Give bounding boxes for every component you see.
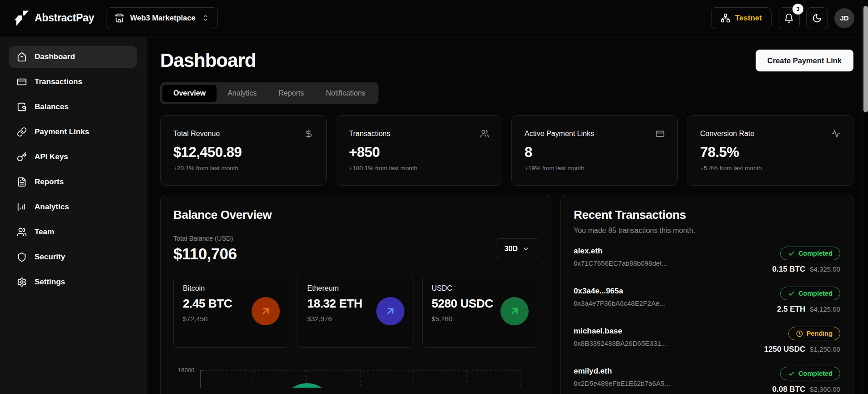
stat-change: +180.1% from last month xyxy=(349,165,489,172)
arrow-up-right-icon xyxy=(384,305,396,317)
usdc-trend-circle xyxy=(500,297,529,325)
tx-address: 0x3a4e7F36bA6c48E2F2Ae... xyxy=(574,299,665,307)
asset-name: Ethereum xyxy=(307,284,362,293)
chart-y-axis-tick: 16000 xyxy=(178,367,194,374)
theme-toggle-button[interactable] xyxy=(806,7,828,29)
asset-amount: 18.32 ETH xyxy=(307,296,362,311)
bell-icon xyxy=(784,13,794,23)
balance-overview-title: Balance Overview xyxy=(173,208,538,222)
sidebar-item-analytics[interactable]: Analytics xyxy=(9,196,137,218)
credit-card-icon xyxy=(656,129,665,138)
sidebar-item-transactions[interactable]: Transactions xyxy=(9,71,137,93)
tab-overview[interactable]: Overview xyxy=(162,85,217,102)
stats-row: Total Revenue $12,450.89 +20.1% from las… xyxy=(160,115,853,186)
check-icon xyxy=(788,370,795,377)
transaction-row[interactable]: 0x3a4e...965a 0x3a4e7F36bA6c48E2F2Ae... … xyxy=(574,287,840,314)
asset-card-bitcoin[interactable]: Bitcoin 2.45 BTC $72,450 xyxy=(173,275,289,348)
stat-change: +20.1% from last month xyxy=(173,165,313,172)
network-selector-button[interactable]: Testnet xyxy=(711,7,772,29)
tab-reports[interactable]: Reports xyxy=(267,85,315,102)
stat-card-conversion-rate: Conversion Rate 78.5% +5.4% from last mo… xyxy=(687,115,853,186)
stat-change: +19% from last month xyxy=(525,165,665,172)
date-range-selector[interactable]: 30D xyxy=(496,238,538,259)
sidebar-item-settings[interactable]: Settings xyxy=(9,271,137,293)
transaction-row[interactable]: michael.base 0x8B3392483BA26D65E331... P… xyxy=(574,327,840,354)
asset-card-ethereum[interactable]: Ethereum 18.32 ETH $32,976 xyxy=(298,275,414,348)
asset-usd-value: $5,280 xyxy=(432,315,493,323)
tx-amount: 0.15 BTC xyxy=(772,265,806,274)
clock-icon xyxy=(796,330,803,337)
avatar-initials: JD xyxy=(840,14,848,22)
home-icon xyxy=(17,52,27,62)
status-badge: Completed xyxy=(780,287,840,300)
stat-value: +850 xyxy=(349,144,489,161)
recent-transactions-title: Recent Transactions xyxy=(574,208,840,222)
sidebar-item-label: Balances xyxy=(35,102,69,111)
brand-name: AbstractPay xyxy=(35,12,94,24)
tab-analytics[interactable]: Analytics xyxy=(217,85,267,102)
sidebar-item-payment-links[interactable]: Payment Links xyxy=(9,121,137,143)
shield-icon xyxy=(17,252,27,262)
asset-card-usdc[interactable]: USDC 5280 USDC $5,280 xyxy=(422,275,538,348)
asset-amount: 2.45 BTC xyxy=(183,296,232,311)
tx-name: emilyd.eth xyxy=(574,367,670,376)
transaction-list: alex.eth 0x71C7656EC7ab88b098def... Comp… xyxy=(574,247,840,394)
tx-usd: $1,250.00 xyxy=(810,345,840,353)
moon-icon xyxy=(812,13,822,23)
ethereum-trend-circle xyxy=(376,297,404,325)
balance-overview-panel: Balance Overview Total Balance (USD) $11… xyxy=(160,195,551,394)
network-icon xyxy=(721,13,730,23)
user-avatar[interactable]: JD xyxy=(834,8,854,28)
sidebar-item-label: Reports xyxy=(35,177,64,187)
sidebar-item-dashboard[interactable]: Dashboard xyxy=(9,46,137,68)
page-scrollbar-track[interactable] xyxy=(863,0,868,394)
stat-card-total-revenue: Total Revenue $12,450.89 +20.1% from las… xyxy=(160,115,327,186)
tx-amount: 2.5 ETH xyxy=(777,305,805,314)
range-label: 30D xyxy=(505,245,518,253)
status-label: Pending xyxy=(807,330,833,337)
sidebar-item-security[interactable]: Security xyxy=(9,246,137,268)
bitcoin-trend-circle xyxy=(252,297,280,325)
sidebar-item-api-keys[interactable]: API Keys xyxy=(9,146,137,168)
check-icon xyxy=(788,250,795,257)
status-label: Completed xyxy=(798,290,833,297)
tx-address: 0x8B3392483BA26D65E331... xyxy=(574,339,666,347)
arrow-up-right-icon xyxy=(509,305,520,317)
tx-name: 0x3a4e...965a xyxy=(574,287,665,296)
sidebar-item-team[interactable]: Team xyxy=(9,221,137,243)
sidebar-item-reports[interactable]: Reports xyxy=(9,171,137,193)
sidebar-item-label: Transactions xyxy=(35,77,82,86)
page-scrollbar-thumb[interactable] xyxy=(863,6,868,112)
workspace-selector[interactable]: Web3 Marketplace xyxy=(106,7,218,29)
users-icon xyxy=(17,227,27,237)
stat-label: Conversion Rate xyxy=(700,130,754,138)
create-payment-link-button[interactable]: Create Payment Link xyxy=(756,50,853,71)
tab-notifications[interactable]: Notifications xyxy=(315,85,376,102)
sidebar-item-balances[interactable]: Balances xyxy=(9,96,137,118)
content-row: Balance Overview Total Balance (USD) $11… xyxy=(160,195,853,394)
asset-name: USDC xyxy=(432,284,493,293)
page-header: Dashboard Create Payment Link xyxy=(160,50,853,71)
stat-label: Transactions xyxy=(349,130,390,138)
credit-card-icon xyxy=(17,77,27,87)
check-icon xyxy=(788,290,795,297)
chevrons-up-down-icon xyxy=(202,14,209,22)
sidebar-item-label: Security xyxy=(35,253,65,262)
status-label: Completed xyxy=(798,370,833,377)
tx-usd: $4,125.00 xyxy=(810,305,840,313)
notifications-button[interactable]: 3 xyxy=(778,7,800,29)
gear-icon xyxy=(17,277,27,287)
chart-canvas xyxy=(200,358,540,388)
network-label: Testnet xyxy=(735,14,762,23)
wallet-icon xyxy=(17,102,27,112)
total-balance-value: $110,706 xyxy=(173,245,237,263)
sidebar: Dashboard Transactions Balances Payment … xyxy=(0,37,146,394)
tab-bar: Overview Analytics Reports Notifications xyxy=(160,82,378,104)
transaction-row[interactable]: alex.eth 0x71C7656EC7ab88b098def... Comp… xyxy=(574,247,840,274)
transaction-row[interactable]: emilyd.eth 0x2D5e489eFbE1E62b7a6A5... Co… xyxy=(574,367,840,394)
asset-cards: Bitcoin 2.45 BTC $72,450 Ethereum 18.32 … xyxy=(173,275,538,348)
arrow-up-right-icon xyxy=(260,305,272,317)
tx-amount: 0.08 BTC xyxy=(772,385,806,394)
stat-value: 78.5% xyxy=(700,144,840,161)
stat-value: $12,450.89 xyxy=(173,144,313,161)
